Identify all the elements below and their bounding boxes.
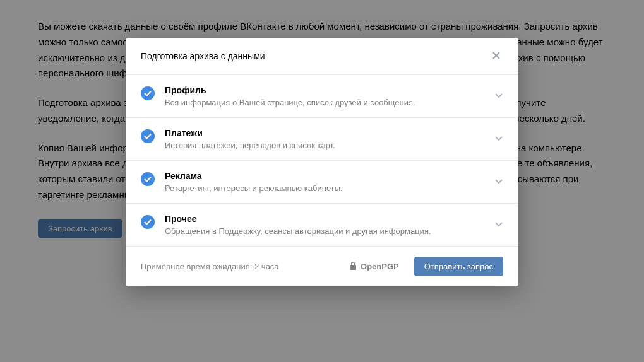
category-title: Профиль: [165, 85, 487, 95]
lock-icon: [349, 261, 357, 272]
category-body: Платежи История платежей, переводов и сп…: [165, 128, 487, 150]
modal-overlay[interactable]: Подготовка архива с данными Профиль Вся …: [0, 0, 644, 362]
category-desc: Вся информация о Вашей странице, список …: [165, 98, 487, 107]
chevron-down-icon[interactable]: [494, 90, 503, 102]
archive-modal: Подготовка архива с данными Профиль Вся …: [126, 38, 518, 286]
check-icon: [141, 172, 155, 186]
category-title: Реклама: [165, 171, 487, 181]
check-icon: [141, 215, 155, 229]
category-desc: История платежей, переводов и список кар…: [165, 141, 487, 150]
check-icon: [141, 129, 155, 143]
category-title: Платежи: [165, 128, 487, 138]
openpgp-label: OpenPGP: [361, 262, 399, 271]
check-icon: [141, 86, 155, 100]
category-body: Реклама Ретаргетинг, интересы и рекламны…: [165, 171, 487, 193]
category-desc: Обращения в Поддержку, сеансы авторизаци…: [165, 226, 487, 236]
category-ads[interactable]: Реклама Ретаргетинг, интересы и рекламны…: [126, 161, 518, 204]
chevron-down-icon[interactable]: [494, 176, 503, 187]
chevron-down-icon[interactable]: [494, 133, 503, 144]
category-payments[interactable]: Платежи История платежей, переводов и сп…: [126, 118, 518, 161]
category-body: Профиль Вся информация о Вашей странице,…: [165, 85, 487, 107]
modal-footer: Примерное время ожидания: 2 часа OpenPGP…: [126, 247, 518, 286]
modal-header: Подготовка архива с данными: [126, 38, 518, 75]
category-other[interactable]: Прочее Обращения в Поддержку, сеансы авт…: [126, 204, 518, 247]
close-icon[interactable]: [489, 49, 503, 63]
modal-title: Подготовка архива с данными: [141, 51, 265, 61]
category-desc: Ретаргетинг, интересы и рекламные кабине…: [165, 184, 487, 193]
category-title: Прочее: [165, 214, 487, 224]
category-profile[interactable]: Профиль Вся информация о Вашей странице,…: [126, 75, 518, 118]
openpgp-option[interactable]: OpenPGP: [349, 261, 399, 272]
category-body: Прочее Обращения в Поддержку, сеансы авт…: [165, 214, 487, 236]
submit-request-button[interactable]: Отправить запрос: [414, 257, 503, 276]
wait-time-label: Примерное время ожидания: 2 часа: [141, 262, 342, 271]
chevron-down-icon[interactable]: [494, 219, 503, 230]
